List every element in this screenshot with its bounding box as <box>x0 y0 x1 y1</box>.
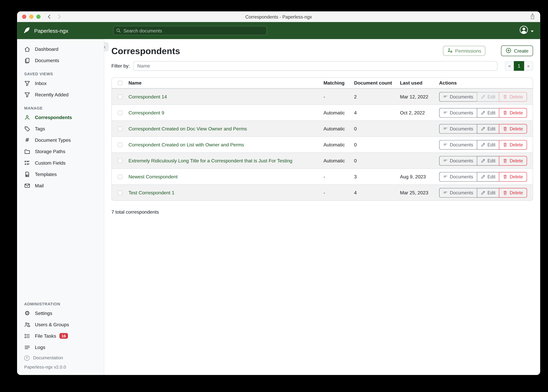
documents-button[interactable]: Documents <box>439 140 477 149</box>
documents-button[interactable]: Documents <box>439 92 477 101</box>
edit-button[interactable]: Edit <box>477 188 499 197</box>
correspondent-link[interactable]: Correspondent 14 <box>129 94 167 99</box>
table-row: Extremely Ridiculously Long Title for a … <box>112 153 533 168</box>
minimize-window-button[interactable] <box>29 15 34 19</box>
sidebar-item-recently-added[interactable]: Recently Added <box>17 89 104 100</box>
traffic-lights <box>22 15 41 19</box>
delete-button[interactable]: Delete <box>499 92 527 101</box>
create-button[interactable]: Create <box>501 46 533 56</box>
chevron-down-icon <box>531 27 534 34</box>
row-checkbox[interactable] <box>118 110 123 115</box>
row-checkbox[interactable] <box>118 94 123 99</box>
sidebar-item-file-tasks[interactable]: File Tasks 16 <box>17 330 104 342</box>
pagination-page-1[interactable]: 1 <box>514 61 524 71</box>
delete-label: Delete <box>510 126 523 131</box>
row-checkbox[interactable] <box>118 142 123 147</box>
zoom-window-button[interactable] <box>36 15 41 19</box>
sidebar-item-label: Dashboard <box>35 46 58 52</box>
sidebar-item-users-groups[interactable]: Users & Groups <box>17 319 104 330</box>
permissions-button[interactable]: Permissions <box>443 46 485 56</box>
sidebar-item-storage-paths[interactable]: Storage Paths <box>17 146 104 157</box>
col-header-document-count[interactable]: Document count <box>354 80 400 86</box>
section-saved-views: SAVED VIEWS <box>17 69 104 77</box>
documentation-link[interactable]: ? Documentation <box>17 353 104 363</box>
list-task-icon <box>24 333 30 339</box>
correspondent-link[interactable]: Correspondent Created on List with Owner… <box>129 142 244 147</box>
delete-button[interactable]: Delete <box>499 124 527 133</box>
sidebar-item-templates[interactable]: Templates <box>17 168 104 180</box>
correspondent-link[interactable]: Newest Correspondent <box>129 174 178 179</box>
sidebar-item-custom-fields[interactable]: Custom Fields <box>17 157 104 168</box>
brand[interactable]: Paperless-ngx <box>23 26 68 35</box>
edit-label: Edit <box>487 110 495 115</box>
row-checkbox[interactable] <box>118 158 123 163</box>
count-cell: 4 <box>354 110 400 115</box>
share-icon[interactable] <box>530 13 535 21</box>
section-manage: MANAGE <box>17 103 104 112</box>
correspondent-link[interactable]: Correspondent Created on Doc View Owner … <box>129 126 247 131</box>
sidebar-item-inbox[interactable]: Inbox <box>17 77 104 89</box>
delete-button[interactable]: Delete <box>499 140 527 149</box>
documents-button[interactable]: Documents <box>439 188 477 197</box>
row-checkbox[interactable] <box>118 126 123 131</box>
edit-button[interactable]: Edit <box>477 108 499 117</box>
window-title: Correspondents - Paperless-ngx <box>17 14 540 19</box>
person-lock-icon <box>447 48 453 54</box>
sidebar-item-label: Tags <box>35 126 45 131</box>
matching-cell: - <box>324 190 354 196</box>
documentation-label: Documentation <box>33 355 63 360</box>
edit-label: Edit <box>487 158 495 163</box>
correspondent-link[interactable]: Correspondent 9 <box>129 110 164 115</box>
edit-button[interactable]: Edit <box>477 172 499 181</box>
last-used-cell: Oct 2, 2022 <box>400 110 439 115</box>
sidebar-item-document-types[interactable]: # Document Types <box>17 134 104 146</box>
sidebar-item-documents[interactable]: Documents <box>17 55 104 66</box>
delete-button[interactable]: Delete <box>499 172 527 181</box>
sidebar-item-logs[interactable]: Logs <box>17 342 104 353</box>
browser-forward-icon[interactable] <box>57 14 62 19</box>
person-icon <box>24 114 30 120</box>
col-header-name[interactable]: Name <box>129 80 324 86</box>
table-row: Newest Correspondent - 3 Aug 9, 2023 Doc… <box>112 168 533 184</box>
count-cell: 4 <box>354 190 400 196</box>
sidebar-item-correspondents[interactable]: Correspondents <box>17 112 104 123</box>
documents-button[interactable]: Documents <box>439 172 477 181</box>
sidebar-item-dashboard[interactable]: Dashboard <box>17 43 104 55</box>
edit-button[interactable]: Edit <box>477 140 499 149</box>
table-row: Correspondent 14 - 2 Mar 12, 2022 Docume… <box>112 88 533 105</box>
search-input[interactable] <box>113 26 267 35</box>
delete-button[interactable]: Delete <box>499 156 527 165</box>
col-header-matching[interactable]: Matching <box>324 80 354 86</box>
browser-back-icon[interactable] <box>47 14 51 19</box>
delete-button[interactable]: Delete <box>499 188 527 197</box>
row-checkbox[interactable] <box>118 174 123 179</box>
filter-name-input[interactable] <box>133 61 498 71</box>
account-menu[interactable] <box>519 25 534 36</box>
select-all-checkbox[interactable] <box>118 81 123 85</box>
row-checkbox[interactable] <box>118 190 123 195</box>
edit-button[interactable]: Edit <box>477 156 499 165</box>
sidebar-item-settings[interactable]: ⚙ Settings <box>17 308 104 319</box>
delete-button[interactable]: Delete <box>499 108 527 117</box>
sidebar-collapse-button[interactable]: « <box>104 42 109 52</box>
edit-button[interactable]: Edit <box>477 124 499 133</box>
sidebar-item-mail[interactable]: Mail <box>17 180 104 191</box>
correspondent-link[interactable]: Extremely Ridiculously Long Title for a … <box>129 158 292 163</box>
sidebar-item-label: Document Types <box>35 137 71 143</box>
documents-button[interactable]: Documents <box>439 156 477 165</box>
table-header-row: Name Matching Document count Last used A… <box>112 78 533 88</box>
sidebar-item-label: Templates <box>35 171 57 177</box>
home-icon <box>24 46 30 52</box>
delete-label: Delete <box>510 190 523 196</box>
close-window-button[interactable] <box>22 15 27 19</box>
plus-circle-icon <box>506 48 512 54</box>
edit-button[interactable]: Edit <box>477 92 499 101</box>
col-header-last-used[interactable]: Last used <box>400 80 439 86</box>
documents-button[interactable]: Documents <box>439 108 477 117</box>
pagination-next-button[interactable]: » <box>524 61 533 71</box>
sidebar-item-tags[interactable]: Tags <box>17 123 104 134</box>
sidebar-item-label: File Tasks <box>35 333 56 339</box>
correspondent-link[interactable]: Test Correspondent 1 <box>129 190 174 196</box>
documents-button[interactable]: Documents <box>439 124 477 133</box>
pagination-prev-button[interactable]: « <box>505 61 514 71</box>
